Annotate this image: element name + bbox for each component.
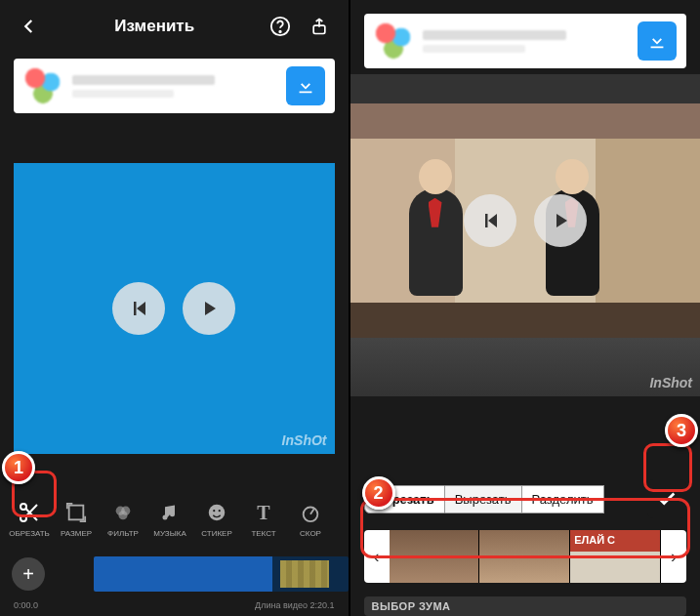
badge-1: 1 [2,451,35,484]
duration-label: Длина видео 2:20.1 [255,600,334,610]
tool-label: ФИЛЬТР [107,529,139,538]
tool-speed[interactable]: СКОР [287,496,334,542]
ad-text [423,30,629,53]
tool-label: МУЗЫКА [153,529,185,538]
filter-icon [110,500,136,525]
svg-point-1 [279,31,280,32]
svg-point-10 [213,510,215,512]
video-preview[interactable] [350,103,701,338]
back-icon[interactable] [16,13,43,40]
tool-trim[interactable]: ОБРЕЗАТЬ [6,496,53,542]
badge-2: 2 [362,476,395,510]
tool-label: СТИКЕР [201,529,231,538]
svg-point-3 [21,504,26,510]
ad-text [72,75,276,98]
trim-handle-left[interactable]: ‹ [364,530,390,583]
watermark: InShOt [282,432,327,448]
page-title: Изменить [43,17,267,36]
trim-strip[interactable]: ‹ › [364,530,687,583]
tool-canvas[interactable]: РАЗМЕР [53,496,100,542]
tool-label: СКОР [300,529,321,538]
zoom-select-label[interactable]: ВЫБОР ЗУМА [364,596,687,616]
help-icon[interactable] [267,13,294,40]
time-start: 0:00.0 [14,600,38,610]
prev-button[interactable] [464,194,516,247]
download-icon[interactable] [638,21,677,61]
segment-split[interactable]: Разделить [521,485,604,513]
watermark: InShot [649,375,692,390]
sticker-icon [204,500,229,525]
segment-cut[interactable]: Вырезать [445,485,521,513]
svg-point-8 [118,511,127,519]
play-button[interactable] [183,282,235,335]
svg-point-12 [304,508,318,522]
svg-rect-5 [69,506,84,520]
ad-banner[interactable] [364,14,687,68]
timeline[interactable]: + [0,550,349,598]
trim-handle-right[interactable]: › [661,530,686,583]
badge-3: 3 [665,414,698,447]
prev-button[interactable] [112,282,165,335]
svg-point-4 [21,515,26,521]
frame-thumb [390,530,480,583]
tool-label: ОБРЕЗАТЬ [9,529,50,538]
add-button[interactable]: + [12,557,45,591]
scissors-icon [17,500,42,525]
video-preview[interactable]: InShOt [14,163,335,455]
frame-thumb [479,530,570,583]
confirm-button[interactable] [647,479,686,518]
tool-bar: ОБРЕЗАТЬ РАЗМЕР ФИЛЬТР МУЗЫКА СТИКЕР [0,490,349,542]
clip-strip[interactable] [94,556,349,592]
tool-text[interactable]: T ТЕКСТ [240,496,287,542]
tool-sticker[interactable]: СТИКЕР [193,496,240,542]
canvas-icon [63,500,89,525]
download-icon[interactable] [286,66,325,105]
share-icon[interactable] [306,13,333,40]
ad-banner[interactable] [14,59,335,113]
play-button[interactable] [534,194,587,247]
tool-filter[interactable]: ФИЛЬТР [100,496,146,542]
tool-label: РАЗМЕР [61,529,92,538]
svg-point-9 [209,505,226,521]
music-icon [157,500,183,525]
svg-point-11 [219,510,221,512]
tool-label: ТЕКСТ [251,529,275,538]
frame-thumb [570,530,661,583]
ad-thumb [374,21,413,61]
tool-music[interactable]: МУЗЫКА [146,496,193,542]
text-icon: T [251,500,276,525]
speed-icon [298,500,323,525]
ad-thumb [23,66,62,105]
